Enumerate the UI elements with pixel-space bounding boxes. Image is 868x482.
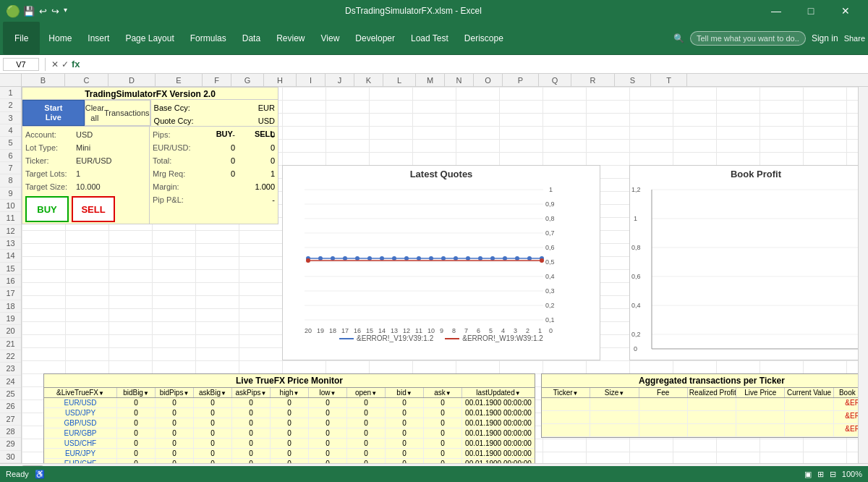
- col-header-M[interactable]: M: [416, 74, 445, 86]
- col-header-B[interactable]: B: [22, 74, 65, 86]
- col-header-H[interactable]: H: [264, 74, 297, 86]
- maximize-button[interactable]: □: [794, 0, 827, 22]
- redo-icon[interactable]: ↪: [51, 6, 59, 17]
- row-num-14[interactable]: 14: [0, 250, 21, 262]
- cancel-formula-icon[interactable]: ✕: [51, 59, 59, 69]
- col-header-F[interactable]: F: [203, 74, 231, 86]
- tab-page-layout[interactable]: Page Layout: [118, 22, 181, 54]
- row-num-8[interactable]: 8: [0, 174, 21, 187]
- row-num-24[interactable]: 24: [0, 376, 21, 388]
- confirm-formula-icon[interactable]: ✓: [61, 59, 69, 69]
- cell-reference-input[interactable]: [3, 58, 39, 71]
- undo-icon[interactable]: ↩: [39, 6, 47, 17]
- ticker-value: EUR/USD: [76, 156, 112, 165]
- base-ccy-value: EUR: [258, 103, 275, 112]
- vertical-scrollbar[interactable]: [858, 87, 868, 463]
- clear-transactions-button[interactable]: Clear all Transactions: [85, 100, 150, 126]
- row-num-6[interactable]: 6: [0, 150, 21, 162]
- th-bidpips: bidPips▼: [156, 388, 194, 397]
- view-page-icon[interactable]: ⊞: [817, 470, 824, 479]
- row-num-20[interactable]: 20: [0, 325, 21, 337]
- insert-function-icon[interactable]: fx: [72, 59, 80, 69]
- tab-load-test[interactable]: Load Test: [404, 22, 456, 54]
- customize-icon[interactable]: ▾: [64, 6, 67, 17]
- legend-label-2: &ERROR!_W19:W39:1.2: [462, 334, 543, 342]
- col-header-S[interactable]: S: [615, 74, 651, 86]
- formula-input[interactable]: [83, 60, 865, 69]
- row-num-22[interactable]: 22: [0, 350, 21, 363]
- row-num-17[interactable]: 17: [0, 287, 21, 300]
- col-header-I[interactable]: I: [297, 74, 326, 86]
- start-live-button[interactable]: Start Live: [22, 100, 85, 126]
- row-num-27[interactable]: 27: [0, 413, 21, 426]
- row-num-2[interactable]: 2: [0, 99, 21, 111]
- tab-formulas[interactable]: Formulas: [183, 22, 234, 54]
- col-header-K[interactable]: K: [354, 74, 383, 86]
- row-num-11[interactable]: 11: [0, 212, 21, 224]
- tab-file[interactable]: File: [3, 22, 40, 54]
- pips-buy: -: [210, 130, 235, 139]
- col-header-P[interactable]: P: [503, 74, 539, 86]
- row-num-9[interactable]: 9: [0, 187, 21, 200]
- save-icon[interactable]: 💾: [23, 6, 35, 17]
- row-num-21[interactable]: 21: [0, 338, 21, 350]
- row-num-23[interactable]: 23: [0, 363, 21, 375]
- col-header-D[interactable]: D: [109, 74, 156, 86]
- row-num-28[interactable]: 28: [0, 426, 21, 438]
- tab-view[interactable]: View: [314, 22, 347, 54]
- row-num-12[interactable]: 12: [0, 225, 21, 237]
- row-num-5[interactable]: 5: [0, 137, 21, 149]
- minimize-button[interactable]: —: [760, 0, 793, 22]
- svg-text:0,2: 0,2: [631, 331, 641, 338]
- row-num-29[interactable]: 29: [0, 438, 21, 450]
- row-num-3[interactable]: 3: [0, 112, 21, 124]
- col-header-L[interactable]: L: [383, 74, 416, 86]
- col-header-N[interactable]: N: [445, 74, 474, 86]
- tab-home[interactable]: Home: [41, 22, 79, 54]
- tab-deriscope[interactable]: Deriscope: [457, 22, 511, 54]
- quote-ccy-value: USD: [258, 117, 275, 125]
- total-buy: 0: [210, 156, 235, 165]
- row-num-10[interactable]: 10: [0, 200, 21, 212]
- close-button[interactable]: ✕: [829, 0, 862, 22]
- row-num-15[interactable]: 15: [0, 263, 21, 275]
- margin-row: Margin: 1.000: [153, 180, 275, 193]
- chart-quotes-title: Latest Quotes: [283, 166, 600, 182]
- base-ccy-row: Base Ccy: EUR: [154, 101, 275, 114]
- col-header-G[interactable]: G: [231, 74, 264, 86]
- aggregated-table: Aggregated transactions per Ticker Ticke…: [541, 373, 868, 438]
- col-header-Q[interactable]: Q: [539, 74, 571, 86]
- row-num-16[interactable]: 16: [0, 275, 21, 287]
- col-header-C[interactable]: C: [65, 74, 109, 86]
- row-num-1[interactable]: 1: [0, 87, 21, 99]
- row-num-4[interactable]: 4: [0, 124, 21, 137]
- svg-point-31: [429, 256, 433, 261]
- row-num-25[interactable]: 25: [0, 388, 21, 400]
- row-num-13[interactable]: 13: [0, 237, 21, 250]
- col-header-O[interactable]: O: [474, 74, 503, 86]
- row-num-26[interactable]: 26: [0, 400, 21, 413]
- ribbon-search-input[interactable]: [690, 31, 806, 46]
- row-num-19[interactable]: 19: [0, 313, 21, 325]
- view-normal-icon[interactable]: ▣: [804, 470, 812, 479]
- sell-button[interactable]: SELL: [72, 196, 115, 222]
- svg-text:17: 17: [341, 327, 349, 334]
- row-num-7[interactable]: 7: [0, 162, 21, 174]
- share-button[interactable]: Share: [844, 34, 865, 43]
- tab-insert[interactable]: Insert: [80, 22, 116, 54]
- col-header-T[interactable]: T: [651, 74, 687, 86]
- buy-button[interactable]: BUY: [25, 196, 69, 222]
- row-num-18[interactable]: 18: [0, 300, 21, 313]
- col-header-R[interactable]: R: [571, 74, 615, 86]
- pips-row: Pips: - 0: [153, 128, 275, 141]
- row-num-30[interactable]: 30: [0, 451, 21, 463]
- col-header-E[interactable]: E: [156, 74, 203, 86]
- tab-review[interactable]: Review: [269, 22, 312, 54]
- sign-in-button[interactable]: Sign in: [812, 33, 838, 43]
- tab-developer[interactable]: Developer: [348, 22, 402, 54]
- view-preview-icon[interactable]: ⊟: [830, 470, 836, 479]
- eurusd-row: EUR/USD: 0 0: [153, 141, 275, 154]
- col-header-J[interactable]: J: [326, 74, 354, 86]
- lot-type-row: Lot Type: Mini: [25, 141, 146, 154]
- tab-data[interactable]: Data: [235, 22, 268, 54]
